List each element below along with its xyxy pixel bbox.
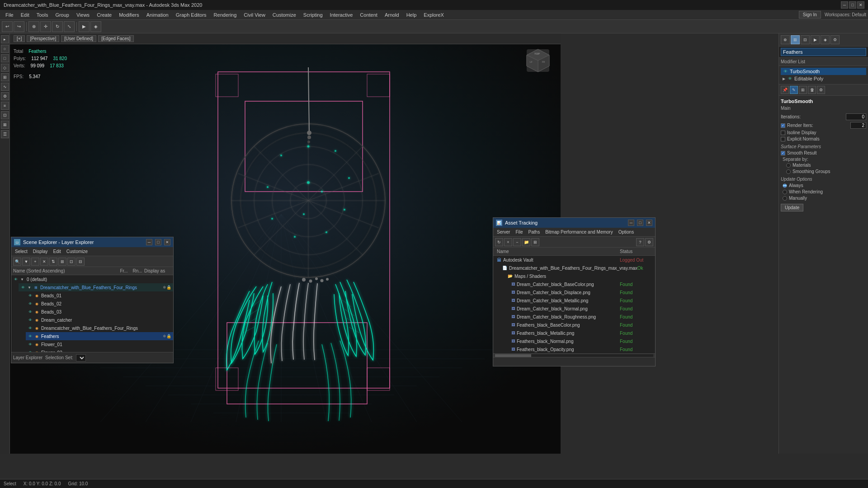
at-menu-paths[interactable]: Paths xyxy=(527,229,542,235)
rp-create-icon[interactable]: ⊕ xyxy=(781,35,790,44)
se-row-beads03[interactable]: 👁 ◉ Beads_03 xyxy=(26,308,173,316)
mod-copy-btn[interactable]: ⊞ xyxy=(799,86,807,94)
vp-label-edgedfaces[interactable]: [Edged Faces] xyxy=(98,35,133,42)
at-refresh-btn[interactable]: ↻ xyxy=(495,238,503,246)
redo-button[interactable]: ↪ xyxy=(14,21,24,32)
when-rendering-radio[interactable] xyxy=(783,190,787,194)
update-button[interactable]: Update xyxy=(781,204,803,211)
menu-animation[interactable]: Animation xyxy=(143,11,172,19)
at-row-img2[interactable]: 🖼 Dream_Catcher_black_Displace.png Found xyxy=(493,288,655,296)
at-row-img6[interactable]: 🖼 Feathers_black_BaseColor.png Found xyxy=(493,321,655,329)
at-path-btn[interactable]: 📁 xyxy=(522,238,530,246)
rp-hierarchy-icon[interactable]: ⊟ xyxy=(801,35,810,44)
se-minimize-btn[interactable]: ─ xyxy=(146,239,152,245)
se-row-beads01[interactable]: 👁 ◉ Beads_01 xyxy=(26,291,173,300)
select-button[interactable]: ⊕ xyxy=(28,21,39,32)
at-row-maps-folder[interactable]: 📂 Maps / Shaders xyxy=(504,272,655,280)
explicit-normals-checkbox[interactable] xyxy=(781,137,785,141)
menu-civil-view[interactable]: Civil View xyxy=(240,11,269,19)
menu-group[interactable]: Group xyxy=(52,11,73,19)
se-row-flower02[interactable]: 👁 ◉ Flower_02 xyxy=(26,348,173,352)
undo-button[interactable]: ↩ xyxy=(2,21,13,32)
se-delete-btn[interactable]: ✕ xyxy=(40,258,48,266)
at-add-btn[interactable]: + xyxy=(504,238,512,246)
always-radio[interactable] xyxy=(783,183,787,188)
vp-icon-9[interactable]: ⊡ xyxy=(1,111,9,119)
vp-icon-1[interactable]: ▸ xyxy=(1,35,9,43)
se-sort-btn[interactable]: ⇅ xyxy=(49,258,57,266)
modifier-turbosmooth[interactable]: 👁 TurboSmooth xyxy=(781,68,866,75)
vp-icon-3[interactable]: □ xyxy=(1,54,9,62)
menu-modifiers[interactable]: Modifiers xyxy=(115,11,143,19)
menu-explorex[interactable]: ExploreX xyxy=(420,11,448,19)
menu-customize[interactable]: Customize xyxy=(269,11,300,19)
at-help-btn[interactable]: ? xyxy=(636,238,644,246)
vp-label-plus[interactable]: [+] xyxy=(14,35,25,42)
se-row-default[interactable]: 👁 ▼ 0 (default) xyxy=(11,275,173,283)
at-row-img4[interactable]: 🖼 Dream_Catcher_black_Normal.png Found xyxy=(493,305,655,313)
se-maximize-btn[interactable]: □ xyxy=(155,239,161,245)
scene-explorer-title-bar[interactable]: 🗂 Scene Explorer - Layer Explorer ─ □ ✕ xyxy=(11,237,173,247)
rp-display-icon[interactable]: ◈ xyxy=(821,35,830,44)
at-minimize-btn[interactable]: ─ xyxy=(628,220,634,226)
at-settings-btn[interactable]: ⚙ xyxy=(645,238,653,246)
asset-tracking-title-bar[interactable]: 📊 Asset Tracking ─ □ ✕ xyxy=(493,218,655,228)
menu-tools[interactable]: Tools xyxy=(33,11,52,19)
navigation-cube[interactable]: TOP FR LF xyxy=(524,47,552,74)
mod-delete-btn[interactable]: 🗑 xyxy=(808,86,816,94)
menu-interactive[interactable]: Interactive xyxy=(326,11,357,19)
vp-icon-6[interactable]: ∿ xyxy=(1,83,9,91)
turbosmooth-eye-icon[interactable]: 👁 xyxy=(783,69,788,74)
se-row-feathers[interactable]: 👁 ◉ Feathers ❄ 🔒 xyxy=(26,332,173,340)
vp-icon-10[interactable]: ⊠ xyxy=(1,121,9,129)
vp-icon-8[interactable]: ≡ xyxy=(1,102,9,110)
menu-rendering[interactable]: Rendering xyxy=(210,11,241,19)
at-scrollbar-thumb[interactable] xyxy=(495,354,531,357)
at-row-img7[interactable]: 🖼 Feathers_black_Metallic.png Found xyxy=(493,329,655,337)
menu-create[interactable]: Create xyxy=(93,11,115,19)
rp-modify-icon[interactable]: ⊞ xyxy=(791,35,800,44)
se-menu-select[interactable]: Select xyxy=(13,249,29,254)
selection-set-dropdown[interactable] xyxy=(76,354,86,361)
se-add-btn[interactable]: + xyxy=(31,258,39,266)
at-menu-options[interactable]: Options xyxy=(617,229,636,235)
at-row-img5[interactable]: 🖼 Dream_Catcher_black_Roughness.png Foun… xyxy=(493,313,655,321)
at-menu-server[interactable]: Server xyxy=(495,229,512,235)
close-button[interactable]: ✕ xyxy=(857,1,864,9)
se-search-btn[interactable]: 🔍 xyxy=(13,258,21,266)
at-remove-btn[interactable]: − xyxy=(513,238,521,246)
at-menu-bitmap[interactable]: Bitmap Performance and Memory xyxy=(543,229,615,235)
se-menu-customize[interactable]: Customize xyxy=(65,249,90,254)
mod-edit-btn[interactable]: ✎ xyxy=(790,86,798,94)
vp-icon-7[interactable]: ⚙ xyxy=(1,92,9,100)
se-menu-display[interactable]: Display xyxy=(31,249,50,254)
at-row-maxfile[interactable]: 📄 Dreamcatcher_with_Blue_Feathers_Four_R… xyxy=(499,264,655,272)
vp-label-userdefined[interactable]: [User Defined] xyxy=(61,35,96,42)
editable-poly-eye-icon[interactable]: 👁 xyxy=(787,76,793,81)
menu-graph-editors[interactable]: Graph Editors xyxy=(172,11,210,19)
move-button[interactable]: ✛ xyxy=(40,21,51,32)
menu-views[interactable]: Views xyxy=(73,11,93,19)
mod-configure-btn[interactable]: ⚙ xyxy=(817,86,825,94)
isoline-checkbox[interactable] xyxy=(781,131,785,135)
se-expand-btn[interactable]: ⊡ xyxy=(67,258,75,266)
maximize-button[interactable]: □ xyxy=(849,1,856,9)
menu-scripting[interactable]: Scripting xyxy=(300,11,326,19)
se-row-dreamcatcher-group[interactable]: 👁 ▼ ⊞ Dreamcatcher_with_Blue_Feathers_Fo… xyxy=(19,283,173,291)
se-row-flower01[interactable]: 👁 ◉ Flower_01 xyxy=(26,340,173,348)
material-editor-button[interactable]: ◈ xyxy=(90,21,101,32)
smoothing-groups-radio[interactable] xyxy=(786,169,791,174)
menu-help[interactable]: Help xyxy=(403,11,420,19)
vp-icon-11[interactable]: ☰ xyxy=(1,130,9,138)
signin-button[interactable]: Sign In xyxy=(799,11,821,19)
se-filter-btn[interactable]: ▼ xyxy=(22,258,30,266)
se-menu-edit[interactable]: Edit xyxy=(52,249,63,254)
vp-icon-2[interactable]: ○ xyxy=(1,45,9,53)
minimize-button[interactable]: ─ xyxy=(841,1,848,9)
at-close-btn[interactable]: ✕ xyxy=(646,220,652,226)
scale-button[interactable]: ⤡ xyxy=(64,21,75,32)
render-iters-input[interactable]: 2 xyxy=(850,122,866,129)
vp-icon-5[interactable]: ⊞ xyxy=(1,73,9,81)
at-grid-btn[interactable]: ⊞ xyxy=(531,238,539,246)
se-row-dreamcatcher-with[interactable]: 👁 ◉ Dreamcatcher_with_Blue_Feathers_Four… xyxy=(26,324,173,332)
